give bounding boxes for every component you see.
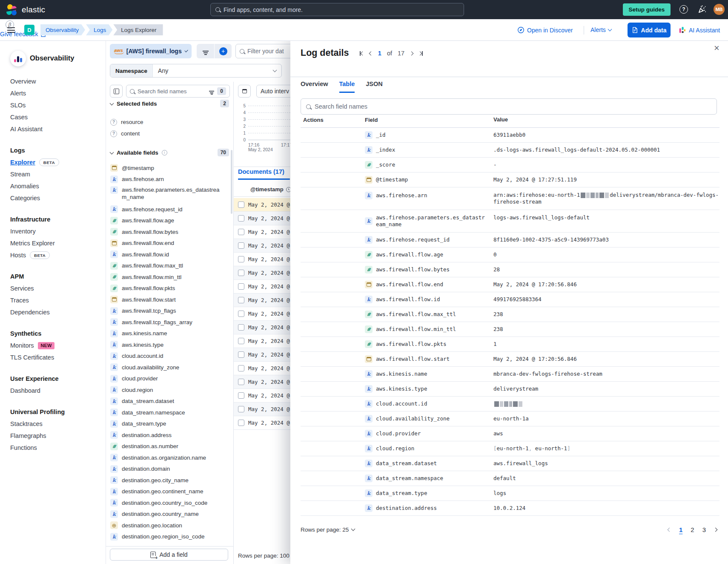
sidebar-item-alerts[interactable]: Alerts — [10, 87, 102, 99]
next-page-button[interactable] — [714, 527, 718, 532]
collapse-fields-button[interactable] — [110, 85, 123, 98]
field-item-aws-firewall-flow-pkts[interactable]: #aws.firewall.flow.pkts — [110, 283, 231, 294]
field-item-destination-geo-country-name[interactable]: kdestination.geo.country_name — [110, 509, 231, 520]
time-histogram-button[interactable] — [238, 85, 251, 98]
field-item-destination-as-number[interactable]: #destination.as.number — [110, 441, 231, 452]
row-checkbox[interactable] — [238, 420, 244, 426]
sidebar-item-stacktraces[interactable]: Stacktraces — [10, 418, 102, 430]
field-item-aws-firewall-flow-max-ttl[interactable]: #aws.firewall.flow.max_ttl — [110, 260, 231, 272]
first-doc-button[interactable] — [360, 51, 364, 56]
document-row[interactable]: May 2, 2024 @ — [234, 294, 290, 307]
add-data-button[interactable]: Add data — [628, 23, 671, 37]
page-1-button[interactable]: 1 — [679, 526, 682, 533]
namespace-select[interactable]: Namespace Any — [110, 64, 282, 78]
field-item-destination-address[interactable]: kdestination.address — [110, 429, 231, 441]
document-row[interactable]: May 2, 2024 @ — [234, 375, 290, 389]
elastic-logo-icon[interactable] — [6, 4, 18, 16]
field-item-aws-firehose-parameters-es-datastream-name[interactable]: kaws.firehose.parameters.es_datastream_n… — [110, 185, 231, 204]
field-item-aws-firewall-flow-start[interactable]: aws.firewall.flow.start — [110, 294, 231, 305]
sidebar-item-dependencies[interactable]: Dependencies — [10, 306, 102, 318]
row-checkbox[interactable] — [238, 229, 244, 235]
setup-guides-button[interactable]: Setup guides — [623, 3, 671, 16]
sidebar-item-explorer[interactable]: ExplorerBETA — [10, 156, 102, 168]
document-row[interactable]: May 2, 2024 @ — [234, 321, 290, 334]
field-item-aws-firehose-request-id[interactable]: kaws.firehose.request_id — [110, 204, 231, 215]
sidebar-item-slos[interactable]: SLOs — [10, 99, 102, 111]
global-search-input[interactable]: Find apps, content, and more. — [210, 3, 464, 16]
add-filter-button[interactable]: + — [214, 44, 232, 58]
field-item-aws-kinesis-name[interactable]: kaws.kinesis.name — [110, 328, 231, 340]
row-checkbox[interactable] — [238, 379, 244, 385]
field-item-cloud-availability-zone[interactable]: kcloud.availability_zone — [110, 362, 231, 373]
field-item-aws-firewall-flow-id[interactable]: kaws.firewall.flow.id — [110, 249, 231, 260]
field-item-cloud-region[interactable]: kcloud.region — [110, 384, 231, 396]
previous-page-button[interactable] — [668, 527, 672, 532]
ai-assistant-button[interactable]: AI Assistant — [679, 26, 720, 34]
sidebar-item-tls-certificates[interactable]: TLS Certificates — [10, 351, 102, 363]
fields-scrollbar[interactable] — [231, 150, 232, 214]
sidebar-item-hosts[interactable]: HostsBETA — [10, 249, 102, 261]
row-checkbox[interactable] — [238, 270, 244, 276]
breadcrumb-observability[interactable]: Observability — [40, 24, 85, 35]
row-checkbox[interactable] — [238, 283, 244, 290]
field-item-timestamp[interactable]: @timestamp — [110, 162, 231, 174]
field-item-destination-geo-continent-name[interactable]: kdestination.geo.continent_name — [110, 486, 231, 498]
document-row[interactable]: May 2, 2024 @ — [234, 307, 290, 321]
menu-icon[interactable] — [7, 27, 15, 33]
sidebar-item-traces[interactable]: Traces — [10, 294, 102, 306]
sidebar-item-inventory[interactable]: Inventory — [10, 225, 102, 237]
tab-overview[interactable]: Overview — [301, 81, 328, 93]
row-checkbox[interactable] — [238, 365, 244, 371]
close-icon[interactable]: × — [714, 43, 719, 53]
row-checkbox[interactable] — [238, 392, 244, 399]
dataset-selector[interactable]: aws [AWS] firewall_logs — [110, 44, 192, 58]
flyout-rows-per-page[interactable]: Rows per page: 25 — [301, 527, 355, 533]
row-checkbox[interactable] — [238, 242, 244, 249]
row-checkbox[interactable] — [238, 256, 244, 262]
page-3-button[interactable]: 3 — [702, 526, 706, 533]
selected-fields-header[interactable]: Selected fields 2 — [110, 99, 229, 108]
document-row[interactable]: May 2, 2024 @ — [234, 362, 290, 375]
document-row[interactable]: May 2, 2024 @ — [234, 348, 290, 362]
field-filter-icon[interactable] — [209, 91, 214, 92]
document-row[interactable]: May 2, 2024 @ — [234, 266, 290, 280]
field-item-aws-firehose-arn[interactable]: kaws.firehose.arn — [110, 174, 231, 185]
field-item-destination-geo-region-iso-code[interactable]: kdestination.geo.region_iso_code — [110, 531, 231, 543]
sidebar-item-overview[interactable]: Overview — [10, 75, 102, 87]
sidebar-item-dashboard[interactable]: Dashboard — [10, 385, 102, 397]
row-checkbox[interactable] — [238, 215, 244, 222]
field-search-input[interactable]: Search field names 0 — [126, 85, 230, 98]
field-item-destination-geo-country-iso-code[interactable]: kdestination.geo.country_iso_code — [110, 497, 231, 509]
field-item-aws-firewall-flow-age[interactable]: #aws.firewall.flow.age — [110, 215, 231, 227]
field-item-data-stream-type[interactable]: kdata_stream.type — [110, 418, 231, 430]
field-item-destination-geo-location[interactable]: ⊕destination.geo.location — [110, 520, 231, 531]
last-doc-button[interactable] — [418, 51, 423, 56]
document-row[interactable]: May 2, 2024 @ — [234, 225, 290, 239]
sidebar-item-categories[interactable]: Categories — [10, 192, 102, 204]
field-item-destination-domain[interactable]: kdestination.domain — [110, 463, 231, 475]
previous-doc-button[interactable] — [370, 52, 373, 55]
row-checkbox[interactable] — [238, 324, 244, 331]
alerts-dropdown[interactable]: Alerts — [590, 26, 611, 33]
selected-field-content[interactable]: ?content — [110, 128, 231, 139]
row-checkbox[interactable] — [238, 311, 244, 317]
document-row[interactable]: May 2, 2024 @ — [234, 198, 290, 212]
row-checkbox[interactable] — [238, 351, 244, 358]
field-item-aws-firewall-flow-bytes[interactable]: #aws.firewall.flow.bytes — [110, 226, 231, 238]
field-item-data-stream-namespace[interactable]: kdata_stream.namespace — [110, 407, 231, 418]
sidebar-item-functions[interactable]: Functions — [10, 442, 102, 454]
row-checkbox[interactable] — [238, 297, 244, 303]
field-item-destination-as-organization-name[interactable]: kdestination.as.organization.name — [110, 452, 231, 463]
document-row[interactable]: May 2, 2024 @ — [234, 253, 290, 266]
field-item-cloud-account-id[interactable]: kcloud.account.id — [110, 351, 231, 362]
document-row[interactable]: May 2, 2024 @ — [234, 416, 290, 430]
row-checkbox[interactable] — [238, 406, 244, 412]
field-item-data-stream-dataset[interactable]: kdata_stream.dataset — [110, 396, 231, 407]
sidebar-item-monitors[interactable]: MonitorsNEW — [10, 340, 102, 351]
open-in-discover-link[interactable]: Open in Discover — [517, 26, 573, 34]
page-2-button[interactable]: 2 — [691, 526, 694, 533]
document-row[interactable]: May 2, 2024 @ — [234, 239, 290, 253]
row-checkbox[interactable] — [238, 338, 244, 344]
filter-toggle-button[interactable] — [197, 44, 214, 58]
field-item-aws-firewall-tcp-flags-array[interactable]: kaws.firewall.tcp_flags_array — [110, 317, 231, 328]
